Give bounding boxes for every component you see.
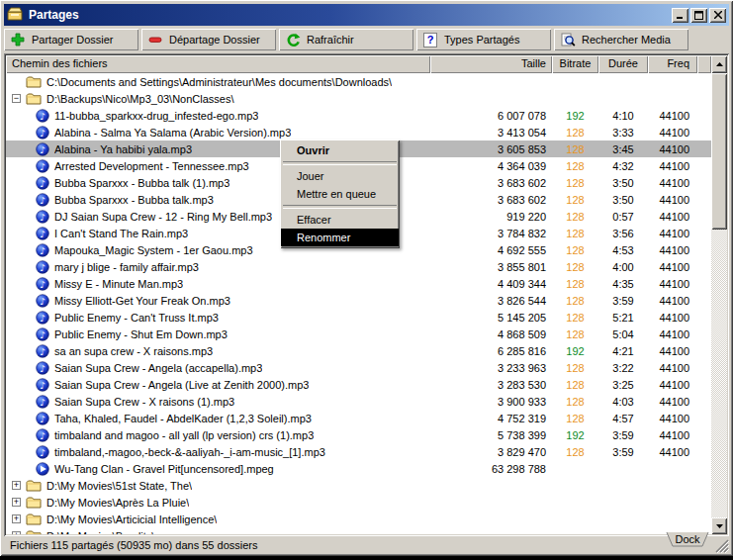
file-bitrate: 128: [552, 278, 598, 290]
file-size: 3 784 832: [430, 228, 552, 239]
file-name: Taha, Khaled, Faudel - AbdelKader (1,2,3…: [54, 413, 312, 424]
menu-item-mettre-en-queue[interactable]: Mettre en queue: [281, 185, 399, 203]
file-duration: 3:59: [598, 295, 648, 307]
menu-item-effacer[interactable]: Effacer: [281, 211, 399, 229]
svg-text:♪: ♪: [40, 278, 46, 289]
toolbar-button-plus[interactable]: Partager Dossier: [4, 29, 138, 50]
file-name: D:\My Movies\Bandits\: [46, 530, 154, 535]
collapse-icon[interactable]: −: [12, 94, 21, 103]
file-freq: 44100: [648, 446, 697, 458]
file-name: timbaland and magoo - all yall (lp versi…: [54, 429, 314, 441]
menu-item-renommer[interactable]: Renommer: [281, 229, 399, 246]
folder-row[interactable]: C:\Documents and Settings\Administrateur…: [6, 73, 711, 90]
file-name: Missy E - Minute Man.mp3: [54, 278, 183, 290]
file-bitrate: 128: [552, 228, 598, 239]
mp3-icon: ♪: [36, 395, 49, 409]
folder-icon: [26, 496, 42, 509]
plus-icon: [10, 33, 26, 47]
file-row[interactable]: ♪Saian Supa Crew - Angela (accapella).mp…: [6, 359, 711, 376]
column-header-duration[interactable]: Durée: [598, 55, 648, 73]
menu-item-jouer[interactable]: Jouer: [281, 167, 399, 185]
file-row[interactable]: ♪timbaland and magoo - all yall (lp vers…: [6, 426, 711, 443]
file-list: Chemin des fichiers Taille Bitrate Durée…: [4, 53, 729, 536]
dock-tab[interactable]: Dock: [666, 532, 709, 549]
file-row[interactable]: ♪11-bubba_sparkxx-drug_infested-ego.mp36…: [6, 107, 711, 124]
file-duration: 4:03: [598, 396, 648, 408]
scroll-down-button[interactable]: [711, 517, 727, 534]
scrollbar-track[interactable]: [711, 73, 727, 517]
column-header-path[interactable]: Chemin des fichiers: [6, 55, 430, 73]
file-duration: 4:32: [598, 160, 648, 172]
close-button[interactable]: [709, 8, 726, 23]
file-row[interactable]: ♪timbaland,-magoo,-beck-&-aaliyah-_i-am-…: [6, 443, 711, 460]
folder-row[interactable]: +D:\My Movies\Articicial Intelligence\: [6, 511, 711, 527]
file-row[interactable]: ♪Saian Supa Crew - Angela (Live at Zenit…: [6, 376, 711, 393]
expand-icon[interactable]: +: [12, 514, 21, 523]
menu-item-ouvrir[interactable]: Ouvrir: [281, 141, 399, 159]
folder-row[interactable]: −D:\Backups\Nico\Mp3_03\NonClasses\: [6, 90, 711, 107]
scroll-up-button[interactable]: [711, 55, 727, 73]
file-name: Saian Supa Crew - Angela (accapella).mp3: [54, 362, 262, 374]
file-size: 3 283 530: [430, 379, 552, 391]
mp3-icon: ♪: [36, 159, 49, 173]
mp3-icon: ♪: [36, 142, 49, 156]
file-freq: 44100: [648, 379, 697, 391]
toolbar-button-refresh[interactable]: Rafraîchir: [279, 29, 413, 50]
resize-grip[interactable]: [715, 539, 729, 553]
expand-icon[interactable]: +: [12, 531, 21, 534]
svg-text:♪: ♪: [40, 244, 46, 255]
file-row[interactable]: ♪Missy E - Minute Man.mp34 409 3441284:3…: [6, 275, 711, 292]
file-duration: 3:59: [598, 446, 648, 458]
file-duration: 3:50: [598, 177, 648, 189]
file-row[interactable]: ♪Missy Elliott-Get Your Freak On.mp33 82…: [6, 292, 711, 309]
svg-text:♪: ♪: [40, 328, 46, 339]
svg-text:♪: ♪: [40, 211, 46, 222]
toolbar-button-help[interactable]: ?Types Partagés: [416, 29, 551, 50]
file-bitrate: 128: [552, 127, 598, 139]
file-row[interactable]: ♪sa an supa crew - X raisons.mp36 285 81…: [6, 342, 711, 359]
folder-icon: [26, 513, 42, 525]
folder-row[interactable]: +D:\My Movies\51st State, The\: [6, 477, 711, 494]
svg-text:♪: ♪: [40, 194, 46, 205]
file-name: Alabina - Salma Ya Salama (Arabic Versio…: [54, 127, 291, 139]
file-row[interactable]: ♪Public Enemy - Shut Em Down.mp34 868 50…: [6, 326, 711, 342]
maximize-button[interactable]: [690, 8, 707, 23]
file-freq: 44100: [648, 312, 697, 324]
column-header-freq[interactable]: Freq: [648, 55, 697, 73]
file-duration: 3:33: [598, 127, 648, 139]
search-icon: [560, 33, 576, 47]
file-freq: 44100: [648, 295, 697, 307]
minimize-button[interactable]: [672, 8, 688, 23]
file-row[interactable]: ♪Alabina - Salma Ya Salama (Arabic Versi…: [6, 124, 711, 140]
toolbar: Partager DossierDépartage DossierRafraîc…: [4, 29, 729, 51]
file-name: 11-bubba_sparkxx-drug_infested-ego.mp3: [54, 110, 258, 122]
file-duration: 5:04: [598, 328, 648, 340]
file-row[interactable]: Wu-Tang Clan - Gravel Pit[uncensored].mp…: [6, 460, 711, 477]
file-bitrate: 128: [552, 379, 598, 391]
svg-text:♪: ♪: [40, 396, 46, 407]
folder-row[interactable]: +D:\My Movies\Après La Pluie\: [6, 494, 711, 511]
scrollbar-thumb[interactable]: [711, 73, 727, 230]
folder-row[interactable]: +D:\My Movies\Bandits\: [6, 527, 711, 534]
expand-icon[interactable]: +: [12, 481, 21, 490]
toolbar-button-minus[interactable]: Départage Dossier: [141, 29, 276, 50]
svg-text:♪: ♪: [40, 345, 46, 356]
file-row[interactable]: ♪Public Enemy - Can't Truss It.mp35 145 …: [6, 309, 711, 326]
column-header-size[interactable]: Taille: [430, 55, 552, 73]
file-duration: 0:57: [598, 211, 648, 223]
file-name: DJ Saian Supa Crew - 12 - Ring My Bell.m…: [54, 211, 272, 223]
expand-icon[interactable]: +: [12, 498, 21, 507]
file-freq: 44100: [648, 278, 697, 290]
file-row[interactable]: ♪Taha, Khaled, Faudel - AbdelKader (1,2,…: [6, 410, 711, 426]
file-duration: 4:00: [598, 261, 648, 273]
file-row[interactable]: ♪Saian Supa Crew - X raisons (1).mp33 90…: [6, 393, 711, 410]
file-row[interactable]: ♪mary j blige - family affair.mp33 855 8…: [6, 258, 711, 275]
mp3-icon: ♪: [36, 227, 49, 240]
mp3-icon: ♪: [36, 378, 49, 392]
toolbar-button-search[interactable]: Rechercher Media: [554, 29, 688, 50]
svg-text:♪: ♪: [40, 312, 46, 323]
file-size: 5 738 399: [430, 429, 552, 441]
file-size: 4 364 039: [430, 160, 552, 172]
file-name: Bubba Sparxxx - Bubba talk.mp3: [54, 194, 214, 206]
column-header-bitrate[interactable]: Bitrate: [552, 55, 598, 73]
